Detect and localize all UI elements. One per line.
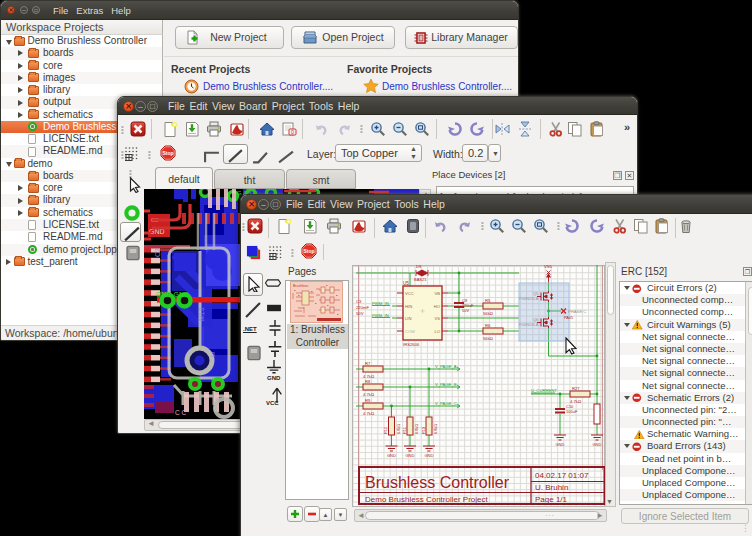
svg-text:VS5: VS5 xyxy=(544,265,553,269)
svg-text:Page 1/1: Page 1/1 xyxy=(535,495,568,504)
svg-text:C2: C2 xyxy=(154,248,161,257)
svg-text:R8: R8 xyxy=(365,379,371,384)
svg-text:04.02.17 01:07: 04.02.17 01:07 xyxy=(535,471,589,480)
svg-text:C3: C3 xyxy=(356,299,362,304)
svg-text:N02: N02 xyxy=(211,376,220,382)
svg-text:PA05: PA05 xyxy=(564,316,573,320)
svg-text:GND: GND xyxy=(556,442,565,447)
svg-text:VCC: VCC xyxy=(405,291,414,296)
svg-text:PWM_IN: PWM_IN xyxy=(372,301,389,306)
svg-text:Q5: Q5 xyxy=(533,291,539,296)
svg-text:U_CURRENT: U_CURRENT xyxy=(531,388,557,393)
svg-text:GND GND: GND GND xyxy=(156,291,189,298)
svg-text:R9: R9 xyxy=(365,398,371,403)
svg-text:4.7kΩ: 4.7kΩ xyxy=(363,411,374,416)
svg-text:GND: GND xyxy=(387,453,396,458)
svg-text:220mF: 220mF xyxy=(356,305,369,310)
svg-text:C C: C C xyxy=(175,409,187,416)
svg-text:Brushless Controller: Brushless Controller xyxy=(365,474,510,491)
svg-text:P06N03LA: P06N03LA xyxy=(519,322,539,327)
svg-text:BAS21: BAS21 xyxy=(414,277,427,282)
svg-text:R10: R10 xyxy=(422,427,426,434)
svg-text:V_PAGE_A: V_PAGE_A xyxy=(435,364,457,369)
svg-text:4.7kΩ: 4.7kΩ xyxy=(363,392,374,397)
svg-text:VB: VB xyxy=(434,291,440,296)
svg-text:VS: VS xyxy=(434,316,440,321)
svg-text:LIN: LIN xyxy=(405,316,412,321)
svg-text:HO: HO xyxy=(434,304,441,309)
svg-text:P06N03LA: P06N03LA xyxy=(519,296,539,301)
svg-text:V_PAGE_B: V_PAGE_B xyxy=(435,382,457,387)
svg-text:Q6: Q6 xyxy=(533,317,539,322)
svg-text:56kΩ: 56kΩ xyxy=(483,336,493,341)
svg-text:U5: U5 xyxy=(403,281,409,286)
svg-text:HIN: HIN xyxy=(405,304,412,309)
svg-text:3: 3 xyxy=(211,351,215,358)
svg-text:R6: R6 xyxy=(485,323,491,328)
svg-text:56kΩ: 56kΩ xyxy=(483,311,493,316)
svg-text:50V: 50V xyxy=(356,311,364,316)
svg-text:PWM_IN: PWM_IN xyxy=(372,313,389,318)
svg-text:GND: GND xyxy=(425,453,434,458)
svg-text:R12: R12 xyxy=(384,427,388,434)
svg-text:50V: 50V xyxy=(462,308,469,313)
svg-text:6.8kΩ: 6.8kΩ xyxy=(397,424,401,434)
svg-text:PHASE C: PHASE C xyxy=(568,309,586,314)
svg-text:6.8kΩ: 6.8kΩ xyxy=(434,424,438,434)
svg-text:Brushless: Brushless xyxy=(293,284,309,288)
svg-text:R7: R7 xyxy=(365,361,371,366)
svg-text:Demo Brushless Controller Proj: Demo Brushless Controller Project xyxy=(365,495,488,504)
svg-text:GND: GND xyxy=(406,453,415,458)
svg-text:R5: R5 xyxy=(485,298,491,303)
svg-text:GND: GND xyxy=(593,442,602,447)
svg-text:R11: R11 xyxy=(403,427,407,434)
svg-text:COM: COM xyxy=(405,329,415,334)
svg-text:6.8kΩ: 6.8kΩ xyxy=(415,424,419,434)
svg-text:U. Bruhin: U. Bruhin xyxy=(535,483,568,492)
svg-text:V_PAGE_C: V_PAGE_C xyxy=(435,401,457,406)
svg-text:N01: N01 xyxy=(188,376,197,382)
svg-text:M13: M13 xyxy=(198,307,205,321)
svg-text:D9: D9 xyxy=(416,265,422,269)
svg-text:IRS2606: IRS2606 xyxy=(403,342,420,347)
svg-text:R27: R27 xyxy=(572,386,580,391)
svg-text:100uF: 100uF xyxy=(566,409,578,414)
svg-text:LO: LO xyxy=(434,329,440,334)
